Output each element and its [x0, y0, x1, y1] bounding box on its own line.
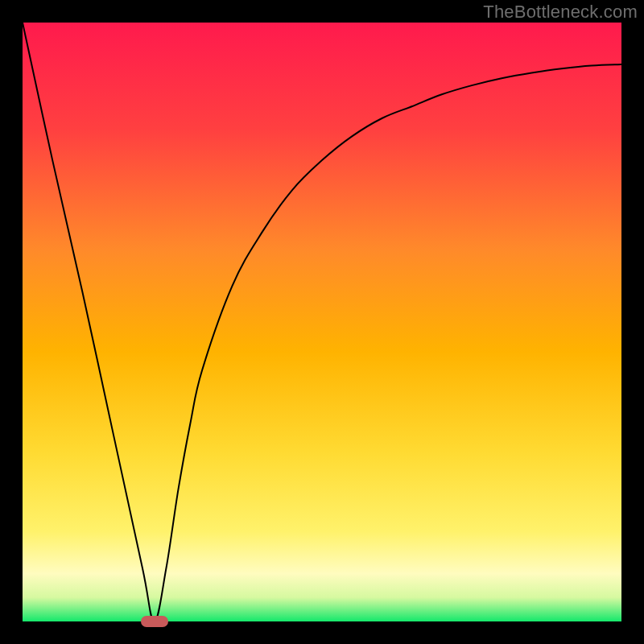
- bottleneck-chart: [23, 23, 621, 621]
- min-bottleneck-marker: [141, 616, 168, 627]
- chart-frame: [23, 23, 621, 621]
- gradient-background: [23, 23, 621, 621]
- watermark-text: TheBottleneck.com: [483, 2, 638, 23]
